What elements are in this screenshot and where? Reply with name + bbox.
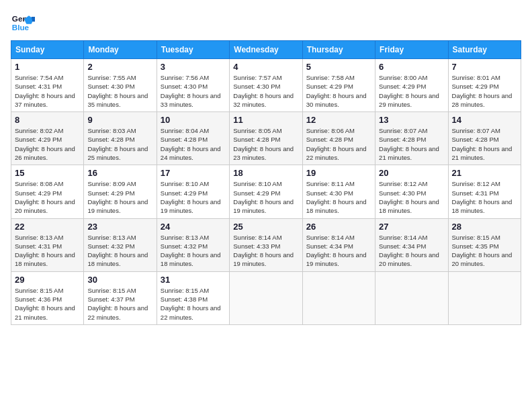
day-of-week-header-sunday: Sunday (11, 41, 84, 59)
day-number-8: 8 (15, 115, 80, 125)
day-number-18: 18 (233, 168, 298, 178)
calendar-day-cell-1: 1Sunrise: 7:54 AMSunset: 4:31 PMDaylight… (11, 59, 84, 112)
calendar-table: SundayMondayTuesdayWednesdayThursdayFrid… (11, 40, 521, 325)
calendar-week-row-1: 1Sunrise: 7:54 AMSunset: 4:31 PMDaylight… (11, 59, 521, 112)
day-number-2: 2 (87, 62, 152, 72)
day-info-17: Sunrise: 8:10 AMSunset: 4:29 PMDaylight:… (161, 179, 226, 215)
day-number-21: 21 (452, 168, 517, 178)
day-number-9: 9 (87, 115, 152, 125)
day-info-4: Sunrise: 7:57 AMSunset: 4:30 PMDaylight:… (233, 73, 298, 109)
calendar-day-cell-29: 29Sunrise: 8:15 AMSunset: 4:36 PMDayligh… (11, 271, 84, 324)
day-info-21: Sunrise: 8:12 AMSunset: 4:31 PMDaylight:… (452, 179, 517, 215)
day-number-22: 22 (15, 222, 80, 232)
day-number-7: 7 (452, 62, 517, 72)
calendar-day-cell-26: 26Sunrise: 8:14 AMSunset: 4:34 PMDayligh… (302, 218, 375, 271)
calendar-day-cell-28: 28Sunrise: 8:15 AMSunset: 4:35 PMDayligh… (448, 218, 521, 271)
calendar-day-cell-18: 18Sunrise: 8:10 AMSunset: 4:29 PMDayligh… (230, 165, 302, 218)
day-info-14: Sunrise: 8:07 AMSunset: 4:28 PMDaylight:… (452, 126, 517, 162)
calendar-day-cell-3: 3Sunrise: 7:56 AMSunset: 4:30 PMDaylight… (157, 59, 229, 112)
day-info-26: Sunrise: 8:14 AMSunset: 4:34 PMDaylight:… (306, 233, 371, 269)
calendar-day-cell-21: 21Sunrise: 8:12 AMSunset: 4:31 PMDayligh… (448, 165, 521, 218)
calendar-week-row-5: 29Sunrise: 8:15 AMSunset: 4:36 PMDayligh… (11, 271, 521, 324)
day-of-week-header-thursday: Thursday (302, 41, 375, 59)
empty-cell (448, 271, 521, 324)
day-number-19: 19 (306, 168, 371, 178)
calendar-day-cell-31: 31Sunrise: 8:15 AMSunset: 4:38 PMDayligh… (157, 271, 229, 324)
day-number-1: 1 (15, 62, 80, 72)
day-info-6: Sunrise: 8:00 AMSunset: 4:29 PMDaylight:… (379, 73, 444, 109)
page-header: General Blue (11, 11, 521, 35)
calendar-day-cell-27: 27Sunrise: 8:14 AMSunset: 4:34 PMDayligh… (375, 218, 448, 271)
day-info-15: Sunrise: 8:08 AMSunset: 4:29 PMDaylight:… (15, 179, 80, 215)
calendar-day-cell-8: 8Sunrise: 8:02 AMSunset: 4:29 PMDaylight… (11, 112, 84, 165)
day-number-12: 12 (306, 115, 371, 125)
day-info-7: Sunrise: 8:01 AMSunset: 4:29 PMDaylight:… (452, 73, 517, 109)
day-info-1: Sunrise: 7:54 AMSunset: 4:31 PMDaylight:… (15, 73, 80, 109)
day-number-17: 17 (161, 168, 226, 178)
calendar-day-cell-10: 10Sunrise: 8:04 AMSunset: 4:28 PMDayligh… (157, 112, 229, 165)
calendar-header-row: SundayMondayTuesdayWednesdayThursdayFrid… (11, 41, 521, 59)
calendar-week-row-4: 22Sunrise: 8:13 AMSunset: 4:31 PMDayligh… (11, 218, 521, 271)
day-number-14: 14 (452, 115, 517, 125)
day-number-5: 5 (306, 62, 371, 72)
day-info-29: Sunrise: 8:15 AMSunset: 4:36 PMDaylight:… (15, 286, 80, 322)
day-info-9: Sunrise: 8:03 AMSunset: 4:28 PMDaylight:… (87, 126, 152, 162)
calendar-day-cell-2: 2Sunrise: 7:55 AMSunset: 4:30 PMDaylight… (84, 59, 157, 112)
day-number-15: 15 (15, 168, 80, 178)
day-info-22: Sunrise: 8:13 AMSunset: 4:31 PMDaylight:… (15, 233, 80, 269)
day-number-26: 26 (306, 222, 371, 232)
day-of-week-header-friday: Friday (375, 41, 448, 59)
calendar-week-row-3: 15Sunrise: 8:08 AMSunset: 4:29 PMDayligh… (11, 165, 521, 218)
calendar-day-cell-11: 11Sunrise: 8:05 AMSunset: 4:28 PMDayligh… (230, 112, 302, 165)
day-number-23: 23 (87, 222, 152, 232)
calendar-day-cell-22: 22Sunrise: 8:13 AMSunset: 4:31 PMDayligh… (11, 218, 84, 271)
day-info-2: Sunrise: 7:55 AMSunset: 4:30 PMDaylight:… (87, 73, 152, 109)
day-number-11: 11 (233, 115, 298, 125)
day-info-31: Sunrise: 8:15 AMSunset: 4:38 PMDaylight:… (161, 286, 226, 322)
calendar-day-cell-16: 16Sunrise: 8:09 AMSunset: 4:29 PMDayligh… (84, 165, 157, 218)
calendar-day-cell-17: 17Sunrise: 8:10 AMSunset: 4:29 PMDayligh… (157, 165, 229, 218)
day-info-18: Sunrise: 8:10 AMSunset: 4:29 PMDaylight:… (233, 179, 298, 215)
day-number-20: 20 (379, 168, 444, 178)
day-number-4: 4 (233, 62, 298, 72)
day-number-27: 27 (379, 222, 444, 232)
day-info-25: Sunrise: 8:14 AMSunset: 4:33 PMDaylight:… (233, 233, 298, 269)
day-info-3: Sunrise: 7:56 AMSunset: 4:30 PMDaylight:… (161, 73, 226, 109)
empty-cell (302, 271, 375, 324)
calendar-day-cell-19: 19Sunrise: 8:11 AMSunset: 4:30 PMDayligh… (302, 165, 375, 218)
day-info-12: Sunrise: 8:06 AMSunset: 4:28 PMDaylight:… (306, 126, 371, 162)
calendar-day-cell-20: 20Sunrise: 8:12 AMSunset: 4:30 PMDayligh… (375, 165, 448, 218)
day-info-8: Sunrise: 8:02 AMSunset: 4:29 PMDaylight:… (15, 126, 80, 162)
day-number-6: 6 (379, 62, 444, 72)
calendar-day-cell-15: 15Sunrise: 8:08 AMSunset: 4:29 PMDayligh… (11, 165, 84, 218)
calendar-day-cell-14: 14Sunrise: 8:07 AMSunset: 4:28 PMDayligh… (448, 112, 521, 165)
day-number-25: 25 (233, 222, 298, 232)
day-info-20: Sunrise: 8:12 AMSunset: 4:30 PMDaylight:… (379, 179, 444, 215)
day-number-13: 13 (379, 115, 444, 125)
day-number-24: 24 (161, 222, 226, 232)
day-info-24: Sunrise: 8:13 AMSunset: 4:32 PMDaylight:… (161, 233, 226, 269)
day-info-11: Sunrise: 8:05 AMSunset: 4:28 PMDaylight:… (233, 126, 298, 162)
day-number-3: 3 (161, 62, 226, 72)
day-of-week-header-wednesday: Wednesday (230, 41, 302, 59)
day-info-27: Sunrise: 8:14 AMSunset: 4:34 PMDaylight:… (379, 233, 444, 269)
calendar-day-cell-5: 5Sunrise: 7:58 AMSunset: 4:29 PMDaylight… (302, 59, 375, 112)
day-of-week-header-monday: Monday (84, 41, 157, 59)
logo-icon: General Blue (11, 11, 35, 35)
calendar-day-cell-30: 30Sunrise: 8:15 AMSunset: 4:37 PMDayligh… (84, 271, 157, 324)
day-number-30: 30 (87, 275, 152, 285)
calendar-day-cell-12: 12Sunrise: 8:06 AMSunset: 4:28 PMDayligh… (302, 112, 375, 165)
empty-cell (230, 271, 302, 324)
day-info-23: Sunrise: 8:13 AMSunset: 4:32 PMDaylight:… (87, 233, 152, 269)
calendar-day-cell-4: 4Sunrise: 7:57 AMSunset: 4:30 PMDaylight… (230, 59, 302, 112)
day-info-19: Sunrise: 8:11 AMSunset: 4:30 PMDaylight:… (306, 179, 371, 215)
day-number-28: 28 (452, 222, 517, 232)
day-of-week-header-saturday: Saturday (448, 41, 521, 59)
day-number-29: 29 (15, 275, 80, 285)
day-number-16: 16 (87, 168, 152, 178)
day-info-16: Sunrise: 8:09 AMSunset: 4:29 PMDaylight:… (87, 179, 152, 215)
day-number-10: 10 (161, 115, 226, 125)
day-info-5: Sunrise: 7:58 AMSunset: 4:29 PMDaylight:… (306, 73, 371, 109)
day-info-30: Sunrise: 8:15 AMSunset: 4:37 PMDaylight:… (87, 286, 152, 322)
calendar-day-cell-23: 23Sunrise: 8:13 AMSunset: 4:32 PMDayligh… (84, 218, 157, 271)
